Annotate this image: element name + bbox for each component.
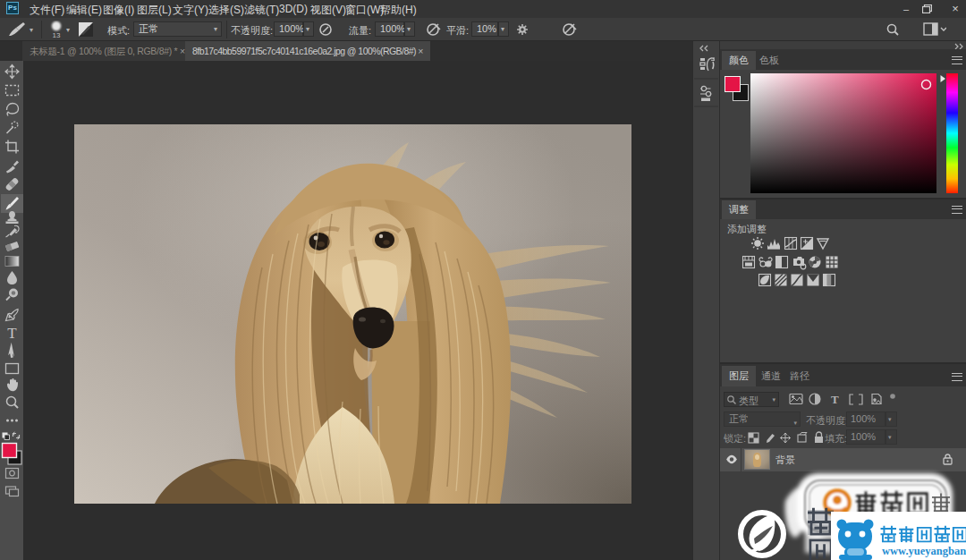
svg-text:13: 13: [53, 31, 61, 38]
svg-text:T: T: [831, 393, 839, 406]
svg-text:T: T: [7, 325, 17, 342]
